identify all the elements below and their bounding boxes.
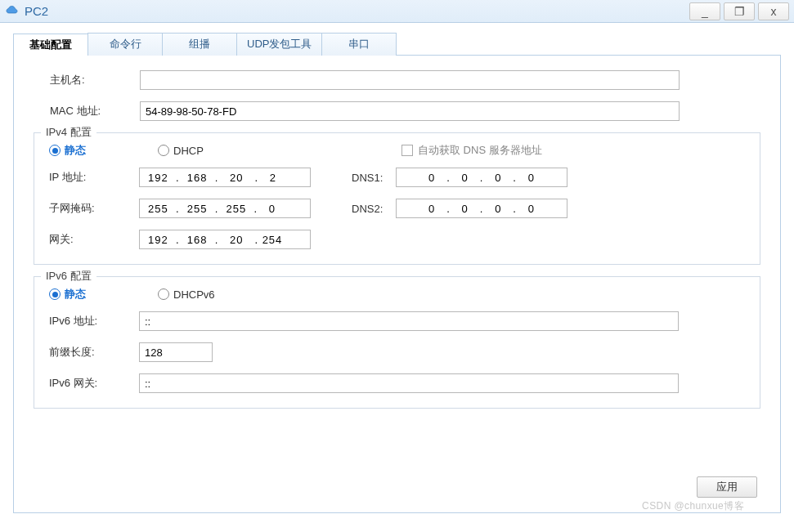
tab-bar: 基础配置 命令行 组播 UDP发包工具 串口 (13, 33, 781, 56)
ipv4-legend: IPv4 配置 (41, 125, 96, 140)
client-area: 基础配置 命令行 组播 UDP发包工具 串口 主机名: MAC 地址: IPv4… (0, 23, 794, 532)
mask-label: 子网掩码: (49, 201, 139, 216)
maximize-button[interactable]: ❐ (724, 2, 755, 20)
apply-button[interactable]: 应用 (697, 476, 757, 498)
gateway-input[interactable] (139, 230, 311, 249)
dns2-input[interactable] (396, 199, 567, 218)
tab-udp-tool[interactable]: UDP发包工具 (236, 33, 322, 56)
ipv4-section: IPv4 配置 静态 DHCP 自动获取 DNS 服务器地址 IP 地址: (34, 132, 760, 265)
close-button[interactable]: x (758, 2, 789, 20)
title-bar: PC2 _ ❐ x (0, 0, 794, 23)
mac-input[interactable] (140, 101, 680, 121)
dns1-input[interactable] (396, 168, 567, 187)
dns2-label: DNS2: (352, 203, 396, 215)
tab-multicast[interactable]: 组播 (162, 33, 237, 56)
ipv4-dhcp-radio[interactable]: DHCP (158, 145, 379, 157)
radio-dot-icon (49, 288, 61, 300)
radio-dot-icon (49, 145, 61, 156)
radio-dot-icon (158, 288, 169, 300)
hostname-label: 主机名: (50, 73, 140, 87)
ipv6gw-input[interactable] (139, 373, 679, 393)
ipv4-static-label: 静态 (65, 143, 86, 158)
ipv6-static-radio[interactable]: 静态 (49, 287, 135, 302)
ipv6addr-label: IPv6 地址: (49, 314, 139, 329)
ipv4-static-radio[interactable]: 静态 (49, 143, 135, 158)
mac-label: MAC 地址: (50, 104, 140, 118)
ipv4-dhcp-label: DHCP (173, 145, 204, 157)
minimize-button[interactable]: _ (689, 2, 720, 20)
ipv6-section: IPv6 配置 静态 DHCPv6 IPv6 地址: 前缀长度: IPv6 网关… (34, 276, 760, 409)
window-title: PC2 (25, 4, 48, 18)
dns1-label: DNS1: (352, 172, 396, 184)
checkbox-box-icon (401, 145, 413, 156)
ipv6addr-input[interactable] (139, 311, 679, 331)
radio-dot-icon (158, 145, 169, 156)
watermark-text: CSDN @chunxue博客 (642, 499, 744, 513)
hostname-input[interactable] (140, 70, 680, 90)
ipv6-static-label: 静态 (65, 287, 86, 302)
gateway-label: 网关: (49, 232, 139, 247)
tab-serial[interactable]: 串口 (321, 33, 397, 56)
mask-input[interactable] (139, 199, 311, 218)
ipv6-dhcpv6-radio[interactable]: DHCPv6 (158, 288, 215, 301)
auto-dns-checkbox[interactable]: 自动获取 DNS 服务器地址 (401, 143, 542, 158)
tab-command-line[interactable]: 命令行 (87, 33, 163, 56)
config-panel: 主机名: MAC 地址: IPv4 配置 静态 DHCP 自动获取 DNS 服务… (13, 56, 781, 513)
app-icon (5, 4, 20, 19)
ipv6gw-label: IPv6 网关: (49, 376, 139, 391)
ipv6-legend: IPv6 配置 (41, 269, 96, 284)
ip-input[interactable] (139, 168, 311, 187)
ipv6-dhcpv6-label: DHCPv6 (173, 288, 215, 301)
auto-dns-label: 自动获取 DNS 服务器地址 (418, 143, 542, 158)
ip-label: IP 地址: (49, 170, 139, 185)
prefix-input[interactable] (139, 342, 213, 362)
prefix-label: 前缀长度: (49, 345, 139, 360)
tab-basic-config[interactable]: 基础配置 (13, 34, 88, 56)
